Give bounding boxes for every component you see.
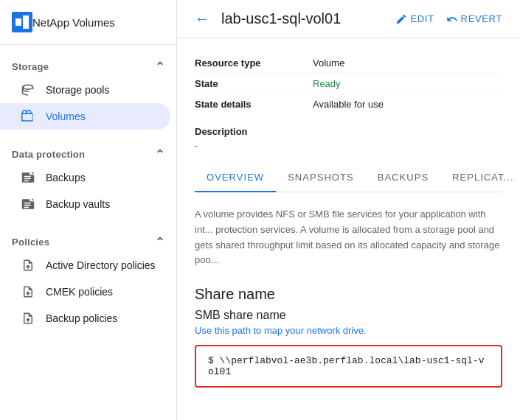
tab-snapshots[interactable]: SNAPSHOTS	[276, 163, 366, 192]
tab-backups-label: BACKUPS	[378, 172, 429, 183]
sidebar-item-ad-policies[interactable]: Active Directory policies	[0, 252, 170, 279]
resource-type-row: Resource type Volume	[195, 53, 502, 74]
description-label: Description	[195, 126, 502, 137]
tabs-bar: OVERVIEW SNAPSHOTS BACKUPS REPLICAT...	[195, 163, 502, 192]
revert-button[interactable]: REVERT	[446, 13, 502, 25]
backup-vaults-label: Backup vaults	[46, 198, 110, 210]
edit-button[interactable]: EDIT	[395, 13, 434, 25]
smb-command-text: $ \\perflabvol-ae3b.perflab.local\lab-us…	[208, 355, 484, 377]
main-body: Resource type Volume State Ready State d…	[177, 38, 520, 420]
share-name-title: Share name	[195, 286, 502, 303]
svg-rect-1	[15, 18, 21, 26]
revert-icon	[446, 13, 458, 25]
cmek-policy-icon	[21, 284, 35, 299]
backup-policies-label: Backup policies	[46, 312, 117, 324]
sidebar-item-backup-policies[interactable]: Backup policies	[0, 305, 170, 332]
edit-label: EDIT	[410, 13, 434, 24]
app-logo-area: NetApp Volumes	[0, 0, 176, 45]
page-title: lab-usc1-sql-vol01	[221, 10, 384, 27]
tab-overview[interactable]: OVERVIEW	[195, 163, 276, 192]
back-button[interactable]: ←	[195, 10, 209, 27]
info-table: Resource type Volume State Ready State d…	[195, 53, 502, 114]
cmek-policies-label: CMEK policies	[46, 286, 113, 298]
data-protection-section: Data protection ⌃ Backups Backup vaults	[0, 133, 176, 220]
state-value: Ready	[313, 78, 341, 89]
data-protection-chevron-icon: ⌃	[155, 147, 164, 161]
tab-snapshots-label: SNAPSHOTS	[288, 172, 354, 183]
storage-section: Storage ⌃ Storage pools Volumes	[0, 45, 176, 133]
netapp-logo-icon	[12, 12, 32, 32]
volumes-icon	[21, 109, 35, 124]
storage-chevron-icon: ⌃	[155, 60, 164, 74]
sidebar-item-volumes[interactable]: Volumes	[0, 103, 170, 130]
policies-section-header[interactable]: Policies ⌃	[0, 232, 176, 252]
resource-type-label: Resource type	[195, 57, 313, 69]
data-protection-label: Data protection	[12, 149, 85, 160]
volumes-label: Volumes	[46, 111, 86, 122]
storage-section-label: Storage	[12, 61, 49, 72]
sidebar-item-backups[interactable]: Backups	[0, 164, 170, 191]
state-details-row: State details Available for use	[195, 94, 502, 114]
policies-label: Policies	[12, 237, 49, 248]
state-details-value: Available for use	[313, 99, 384, 110]
header-actions: EDIT REVERT	[395, 13, 502, 25]
storage-pools-label: Storage pools	[46, 84, 109, 96]
main-header: ← lab-usc1-sql-vol01 EDIT REVERT	[177, 0, 520, 38]
overview-description: A volume provides NFS or SMB file servic…	[195, 207, 502, 268]
sidebar: NetApp Volumes Storage ⌃ Storage pools V…	[0, 0, 177, 420]
revert-label: REVERT	[461, 13, 502, 24]
smb-command-box[interactable]: $ \\perflabvol-ae3b.perflab.local\lab-us…	[195, 345, 502, 388]
backup-policy-icon	[21, 311, 35, 326]
ad-policy-icon	[21, 258, 35, 273]
data-protection-section-header[interactable]: Data protection ⌃	[0, 144, 176, 164]
smb-path-description: Use this path to map your network drive.	[195, 325, 502, 336]
svg-rect-0	[12, 12, 32, 32]
backup-icon	[21, 170, 35, 185]
database-icon	[21, 83, 35, 97]
vault-icon	[21, 197, 35, 211]
policies-section: Policies ⌃ Active Directory policies CME…	[0, 220, 176, 335]
app-name: NetApp Volumes	[32, 16, 115, 29]
tab-replication-label: REPLICAT...	[452, 172, 513, 183]
sidebar-item-storage-pools[interactable]: Storage pools	[0, 77, 170, 103]
sidebar-item-backup-vaults[interactable]: Backup vaults	[0, 191, 170, 217]
tab-backups[interactable]: BACKUPS	[366, 163, 440, 192]
tab-overview-label: OVERVIEW	[207, 172, 264, 183]
state-label: State	[195, 78, 313, 89]
main-content: ← lab-usc1-sql-vol01 EDIT REVERT Resourc…	[177, 0, 520, 420]
state-row: State Ready	[195, 74, 502, 94]
description-section: Description -	[195, 126, 502, 151]
resource-type-value: Volume	[313, 57, 344, 69]
ad-policies-label: Active Directory policies	[46, 259, 156, 271]
tab-replication[interactable]: REPLICAT...	[440, 163, 520, 192]
policies-chevron-icon: ⌃	[155, 235, 164, 249]
description-value: -	[195, 140, 502, 151]
backups-label: Backups	[46, 172, 86, 183]
state-details-label: State details	[195, 99, 313, 110]
edit-icon	[395, 13, 407, 25]
storage-section-header[interactable]: Storage ⌃	[0, 57, 176, 77]
svg-rect-2	[23, 15, 29, 29]
sidebar-item-cmek-policies[interactable]: CMEK policies	[0, 279, 170, 305]
smb-share-name-title: SMB share name	[195, 309, 502, 322]
